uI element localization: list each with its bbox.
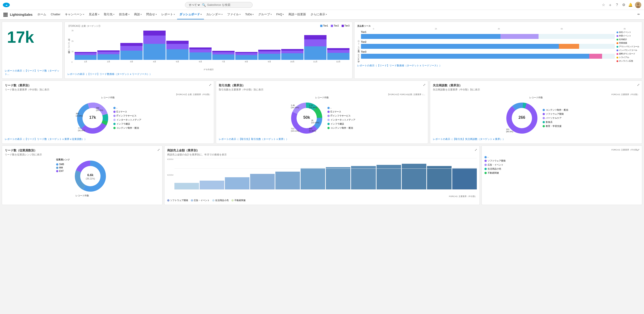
expand-icon-r3c3[interactable]: ⤢ <box>637 148 640 152</box>
card-r2c3-link[interactable]: レポートの表示（【取引先】失注商談数（ターゲット x 業界）） <box>433 138 639 141</box>
card-lead-trend: 【FORCAS】企業: ターゲット① Tier1 Tier2 Tier3 数注エ… <box>64 22 352 79</box>
nav-contacts[interactable]: 担当者▾ <box>117 10 132 19</box>
nav-cases[interactable]: 問合せ▾ <box>144 10 159 19</box>
app-launcher-icon[interactable] <box>2 11 9 18</box>
expand-icon-r3c1[interactable]: ⤢ <box>157 148 160 152</box>
svg-text:266: 266 <box>518 115 525 120</box>
svg-rect-8 <box>4 14 5 15</box>
card-r3c2-subtitle: 商談売上金額の合計を業界別に、年月での推移を表示 <box>167 153 477 156</box>
card-account-industry: ⤢ 取引先数（業界別） 取引先数を主要業界（中分類）別に表示 【FORCAS】F… <box>216 81 428 144</box>
dashboard: 17k レポートの表示（【リード】リード数（ターゲット... 【FORCAS】企… <box>0 20 644 207</box>
card2-legend: Tier1 Tier2 Tier3 <box>320 24 350 27</box>
search-input[interactable] <box>207 3 248 6</box>
nav-bar: LightningSales ホーム Chatter キャンペーン▾ 見込客▾ … <box>0 10 644 20</box>
expand-icon-r2c2[interactable]: ⤢ <box>423 83 426 87</box>
nav-files[interactable]: ファイル▾ <box>225 10 243 19</box>
y-axis-label: 数注エンジニア数 <box>67 42 70 55</box>
favorites-icon[interactable]: ☆ <box>601 3 606 7</box>
svg-rect-6 <box>5 12 6 14</box>
avatar[interactable] <box>635 2 641 8</box>
nav-accounts[interactable]: 取引先▾ <box>102 10 117 19</box>
expand-icon-r2c3[interactable]: ⤢ <box>637 83 640 87</box>
nav-groups[interactable]: グループ▾ <box>256 10 274 19</box>
card-r2c2-link[interactable]: レポートの表示（【取引先】取引先数（ターゲット x 業界）） <box>219 138 425 141</box>
card-r2c2-title: 取引先数（業界別） <box>219 83 425 88</box>
svg-rect-9 <box>5 14 6 15</box>
dashboard-row-1: 17k レポートの表示（【リード】リード数（ターゲット... 【FORCAS】企… <box>2 22 642 79</box>
svg-rect-11 <box>4 15 5 17</box>
card-lead-count: 17k レポートの表示（【リード】リード数（ターゲット... <box>2 22 63 79</box>
notification-icon[interactable]: 🔔 <box>628 3 633 7</box>
nav-campaign[interactable]: キャンペーン▾ <box>63 10 86 19</box>
nav-faq[interactable]: FAQ▾ <box>274 10 286 19</box>
svg-rect-12 <box>5 15 6 17</box>
card-opp-revenue: ⤢ 商談売上金額（業界別） 商談売上金額の合計を業界別に、年月での推移を表示 ¥… <box>164 146 480 205</box>
svg-rect-13 <box>6 15 8 17</box>
card-r3c3-placeholder: ⤢ FORCAS: 主要業界（中分類） - ソフトウェア開発 広告・イベント 生… <box>482 146 642 205</box>
salesforce-logo[interactable]: ☁ <box>3 1 10 8</box>
card-r3c2-title: 商談売上金額（業界別） <box>167 149 477 153</box>
forcas-r3c2: FORCAS: 主要業界（中分類） <box>449 195 477 198</box>
search-icon: 🔍 <box>202 3 206 7</box>
svg-text:(39.21%): (39.21%) <box>86 177 95 180</box>
big-number-17k: 17k <box>5 24 60 47</box>
card2-link[interactable]: レポートの表示（【リード】リード数推移（ターゲット x リードソース）） <box>67 72 350 76</box>
nav-dashboard[interactable]: ダッシュボード▾ <box>177 10 204 19</box>
expand-icon-r2c1[interactable]: ⤢ <box>209 83 212 87</box>
svg-rect-10 <box>6 14 8 15</box>
svg-text:6.6k: 6.6k <box>87 173 93 177</box>
app-name: LightningSales <box>10 13 32 16</box>
card-lead-industry: ⤢ リード数（業界別） リード数を主要業界（中分類）別に表示 【FORCAS】企… <box>2 81 214 144</box>
card-r2c3-subtitle: 失注商談数を主要業界（中分類）別に表示 <box>433 88 639 91</box>
forcas-r2c2: 【FORCAS】FORCAS企業: 主要業界（... <box>219 93 425 96</box>
expand-icon-r3c2[interactable]: ⤢ <box>474 148 477 152</box>
nav-reports[interactable]: レポート▾ <box>159 10 177 19</box>
nav-opportunities[interactable]: 商談▾ <box>132 10 144 19</box>
nav-edit-icon[interactable]: ✏ <box>635 10 642 19</box>
card-r2c1-subtitle: リード数を主要業界（中分類）別に表示 <box>5 88 211 91</box>
donut-chart-r3c1: 6.6k (39.21%) <box>72 158 108 194</box>
top-bar: ☁ すべて 🔍 ☆ ＋ ? ⚙ 🔔 <box>0 0 644 10</box>
card-r3c1-title: リード数（従業員数別） <box>5 149 160 153</box>
card-r3c1-subtitle: リード数を従業員レンジ別に表示 <box>5 153 160 156</box>
svg-rect-5 <box>4 12 5 14</box>
dashboard-row-2: ⤢ リード数（業界別） リード数を主要業界（中分類）別に表示 【FORCAS】企… <box>2 81 642 144</box>
forcas-label-card3: 【FORCAS】企業: ターゲット① <box>357 31 360 63</box>
search-scope-select[interactable]: すべて <box>188 3 200 7</box>
nav-bulk-update[interactable]: 商談一括更新 <box>286 10 308 19</box>
card2-title: 【FORCAS】企業: ターゲット① <box>67 24 100 28</box>
card-r2c1-link[interactable]: レポートの表示（【リード】リード数（ターゲット x 業界 x 従業員数）） <box>5 138 211 141</box>
nav-more[interactable]: さらに表示▾ <box>308 10 329 19</box>
forcas-r2c1: 【FORCAS】企業: 主要業界（中分類） <box>5 93 211 96</box>
dashboard-row-3: ⤢ リード数（従業員数別） リード数を従業員レンジ別に表示 従業員レンジ SMB… <box>2 146 642 205</box>
forcas-r2c3: FORCAS: 主要業界（中分類） <box>433 93 639 96</box>
card-lead-employee: ⤢ リード数（従業員数別） リード数を従業員レンジ別に表示 従業員レンジ SMB… <box>2 146 162 205</box>
add-icon[interactable]: ＋ <box>608 3 612 7</box>
svg-text:50k: 50k <box>303 115 310 120</box>
x-axis-label: デモ作成日 <box>67 68 350 71</box>
svg-rect-7 <box>6 12 8 14</box>
svg-text:☁: ☁ <box>6 4 8 6</box>
nav-chatter[interactable]: Chatter <box>48 10 63 19</box>
nav-leads[interactable]: 見込客▾ <box>86 10 102 19</box>
card3-link[interactable]: レポートの表示（【リード】リード数推移（ターゲット x リードソース）） <box>357 64 639 67</box>
nav-todo[interactable]: ToDo▾ <box>243 10 256 19</box>
card-r2c2-subtitle: 取引先数を主要業界（中分類）別に表示 <box>219 88 425 91</box>
card-r2c1-title: リード数（業界別） <box>5 83 211 88</box>
help-icon[interactable]: ? <box>615 3 619 7</box>
nav-home[interactable]: ホーム <box>35 10 48 19</box>
top-bar-right: ☆ ＋ ? ⚙ 🔔 <box>601 2 641 8</box>
search-bar: すべて 🔍 <box>185 2 252 8</box>
svg-text:17k: 17k <box>89 115 96 120</box>
card-lost-industry: ⤢ 失注商談数（業界別） 失注商談数を主要業界（中分類）別に表示 FORCAS:… <box>430 81 642 144</box>
card1-link[interactable]: レポートの表示（【リード】リード数（ターゲット... <box>5 69 60 76</box>
card-lead-source: 見込客ソース 02k4k6k8k 【FORCAS】企業: ターゲット① Tier… <box>354 22 642 79</box>
card-r2c3-title: 失注商談数（業界別） <box>433 83 639 88</box>
nav-calendar[interactable]: カレンダー▾ <box>204 10 225 19</box>
setup-icon[interactable]: ⚙ <box>622 3 626 7</box>
svg-point-3 <box>637 3 639 5</box>
card3-chart-title: 見込客ソース <box>357 24 371 28</box>
